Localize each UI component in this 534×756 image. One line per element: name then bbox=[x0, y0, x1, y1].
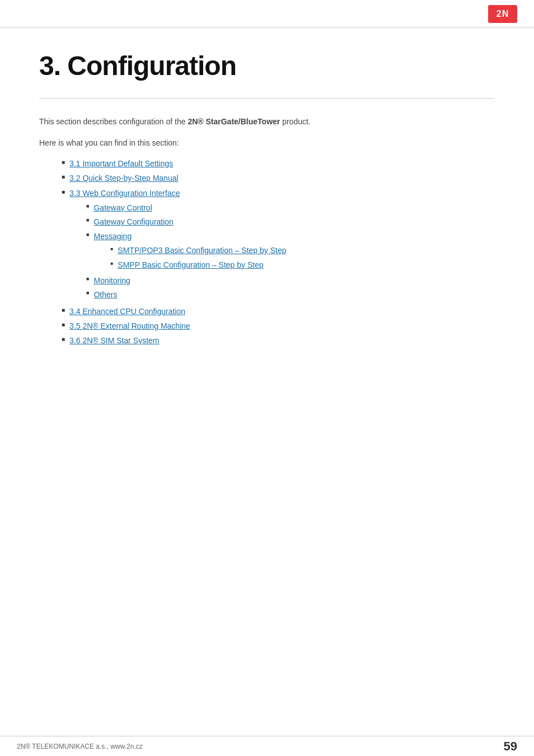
toc-subsubitem-smpp: SMPP Basic Configuration – Step by Step bbox=[110, 259, 286, 271]
product-name: 2N® StarGate/BlueTower bbox=[188, 117, 280, 126]
footer-page-number: 59 bbox=[504, 739, 517, 754]
toc-item-31: 3.1 Important Default Settings bbox=[62, 157, 495, 170]
toc-link-smtp[interactable]: SMTP/POP3 Basic Configuration – Step by … bbox=[118, 244, 286, 256]
toc-link-34[interactable]: 3.4 Enhanced CPU Configuration bbox=[69, 305, 185, 318]
toc-item-36: 3.6 2N® SIM Star System bbox=[62, 334, 495, 347]
logo: 2N bbox=[488, 5, 517, 23]
intro-paragraph-1: This section describes configuration of … bbox=[39, 115, 495, 128]
toc-subitem-monitoring: Monitoring bbox=[86, 274, 286, 287]
toc-subsublist-messaging: SMTP/POP3 Basic Configuration – Step by … bbox=[93, 244, 286, 271]
logo-text: 2N bbox=[496, 9, 509, 19]
top-bar: 2N bbox=[0, 0, 534, 28]
toc-link-monitoring[interactable]: Monitoring bbox=[93, 274, 130, 287]
toc-link-gateway-control[interactable]: Gateway Control bbox=[93, 202, 152, 214]
toc-list: 3.1 Important Default Settings 3.2 Quick… bbox=[39, 157, 495, 347]
section-label: Here is what you can find in this sectio… bbox=[39, 137, 495, 149]
content-area: 3. Configuration This section describes … bbox=[0, 28, 534, 384]
toc-link-33[interactable]: 3.3 Web Configuration Interface bbox=[69, 189, 180, 198]
toc-sublist-33: Gateway Control Gateway Configuration Me… bbox=[69, 202, 286, 301]
toc-link-messaging[interactable]: Messaging bbox=[93, 232, 132, 241]
toc-item-32: 3.2 Quick Step-by-Step Manual bbox=[62, 172, 495, 184]
toc-subitem-gateway-control: Gateway Control bbox=[86, 202, 286, 214]
intro-text-before: This section describes configuration of … bbox=[39, 117, 188, 126]
toc-item-33: 3.3 Web Configuration Interface Gateway … bbox=[62, 187, 495, 303]
toc-link-others[interactable]: Others bbox=[93, 288, 117, 301]
page-title: 3. Configuration bbox=[39, 50, 495, 81]
divider-top bbox=[39, 98, 495, 99]
intro-text-after: product. bbox=[280, 117, 310, 126]
toc-link-32[interactable]: 3.2 Quick Step-by-Step Manual bbox=[69, 172, 179, 184]
toc-link-gateway-config[interactable]: Gateway Configuration bbox=[93, 216, 173, 228]
toc-subitem-others: Others bbox=[86, 288, 286, 301]
toc-subitem-gateway-config: Gateway Configuration bbox=[86, 216, 286, 228]
toc-item-34: 3.4 Enhanced CPU Configuration bbox=[62, 305, 495, 318]
toc-subsubitem-smtp: SMTP/POP3 Basic Configuration – Step by … bbox=[110, 244, 286, 256]
footer-left: 2N® TELEKOMUNIKACE a.s., www.2n.cz bbox=[17, 743, 143, 750]
toc-link-31[interactable]: 3.1 Important Default Settings bbox=[69, 157, 173, 170]
toc-link-35[interactable]: 3.5 2N® External Routing Machine bbox=[69, 320, 190, 332]
toc-link-36[interactable]: 3.6 2N® SIM Star System bbox=[69, 334, 159, 347]
toc-subitem-messaging: Messaging SMTP/POP3 Basic Configuration … bbox=[86, 230, 286, 273]
toc-item-35: 3.5 2N® External Routing Machine bbox=[62, 320, 495, 332]
bottom-bar: 2N® TELEKOMUNIKACE a.s., www.2n.cz 59 bbox=[0, 736, 534, 756]
toc-link-smpp[interactable]: SMPP Basic Configuration – Step by Step bbox=[118, 259, 263, 271]
